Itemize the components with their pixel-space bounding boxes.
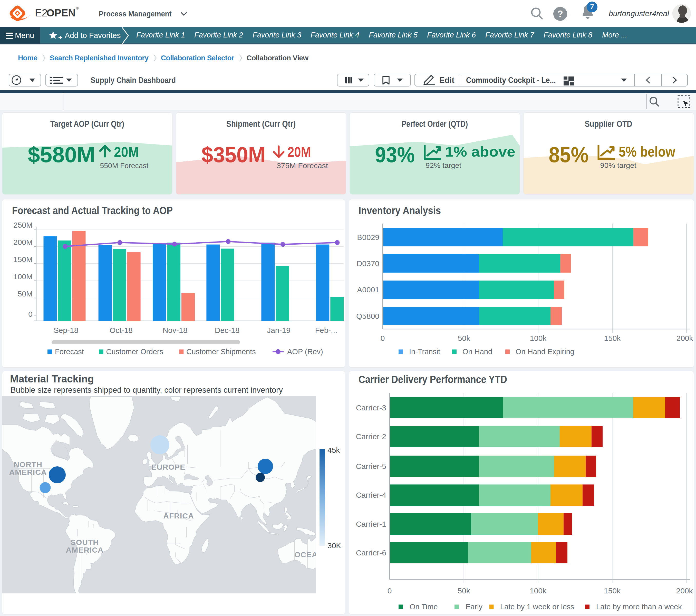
svg-text:Late by 1 week or less: Late by 1 week or less (500, 603, 574, 611)
svg-text:Carrier-4: Carrier-4 (356, 491, 386, 499)
svg-text:150M: 150M (13, 255, 33, 264)
svg-text:Forecast and Actual Tracking t: Forecast and Actual Tracking to AOP (12, 205, 173, 216)
svg-text:Perfect Order (QTD): Perfect Order (QTD) (402, 119, 468, 129)
svg-text:90% target: 90% target (600, 161, 636, 169)
svg-text:NORTH: NORTH (14, 460, 42, 469)
svg-text:Carrier Delivery Performance Y: Carrier Delivery Performance YTD (359, 374, 507, 385)
svg-text:D0370: D0370 (357, 259, 379, 268)
svg-text:$580M: $580M (28, 142, 95, 167)
svg-text:B0029: B0029 (357, 233, 379, 241)
svg-text:Customer Orders: Customer Orders (106, 348, 163, 356)
svg-text:200M: 200M (13, 238, 33, 247)
svg-text:5% below: 5% below (619, 144, 675, 160)
svg-text:Sep-18: Sep-18 (54, 326, 79, 334)
svg-text:On Hand: On Hand (462, 348, 492, 356)
svg-text:50M: 50M (18, 289, 33, 298)
svg-text:Nov-18: Nov-18 (163, 326, 188, 334)
svg-text:AOP (Rev): AOP (Rev) (287, 348, 323, 356)
svg-text:45k: 45k (328, 447, 340, 454)
svg-text:Target AOP (Curr Qtr): Target AOP (Curr Qtr) (50, 119, 124, 129)
svg-text:200k: 200k (676, 586, 693, 595)
svg-text:EUROPE: EUROPE (152, 463, 186, 471)
svg-text:Late by more than a week: Late by more than a week (596, 603, 682, 611)
svg-text:Carrier-3: Carrier-3 (356, 404, 386, 412)
svg-text:100k: 100k (530, 334, 547, 343)
svg-text:On Hand Expiring: On Hand Expiring (516, 348, 574, 356)
svg-text:AMERICA: AMERICA (66, 546, 104, 554)
svg-text:Oct-18: Oct-18 (110, 326, 133, 334)
svg-text:93%: 93% (375, 142, 415, 167)
svg-text:100M: 100M (13, 272, 33, 281)
svg-text:50k: 50k (458, 586, 470, 595)
svg-text:30K: 30K (328, 541, 341, 549)
svg-text:Carrier-1: Carrier-1 (356, 520, 386, 528)
svg-text:A0001: A0001 (357, 285, 379, 294)
svg-text:92% target: 92% target (426, 161, 461, 169)
svg-text:150k: 150k (604, 586, 621, 595)
svg-text:AMERICA: AMERICA (9, 468, 47, 476)
svg-text:Customer Shipments: Customer Shipments (186, 348, 256, 356)
svg-text:Commodity Cockpit - Le...: Commodity Cockpit - Le... (466, 76, 556, 85)
svg-text:Carrier-2: Carrier-2 (356, 432, 386, 441)
svg-text:Forecast: Forecast (55, 348, 84, 356)
svg-text:Supplier OTD: Supplier OTD (585, 119, 632, 129)
svg-text:Shipment (Curr Qtr): Shipment (Curr Qtr) (226, 119, 296, 129)
svg-text:0: 0 (381, 334, 385, 343)
svg-text:375M Forecast: 375M Forecast (276, 162, 328, 170)
svg-text:On Time: On Time (410, 603, 438, 611)
svg-text:550M Forecast: 550M Forecast (100, 162, 148, 170)
svg-text:Carrier-5: Carrier-5 (356, 462, 386, 471)
svg-text:1% above: 1% above (445, 144, 515, 160)
svg-text:OCEANIA: OCEANIA (294, 550, 316, 559)
svg-text:0: 0 (28, 310, 33, 318)
svg-text:Edit: Edit (439, 76, 455, 85)
svg-text:150k: 150k (604, 334, 621, 343)
svg-text:Inventory Analysis: Inventory Analysis (359, 205, 441, 216)
svg-text:Jan-19: Jan-19 (267, 326, 290, 334)
svg-text:200k: 200k (676, 334, 693, 343)
svg-text:Early: Early (465, 603, 483, 611)
svg-text:Dec-18: Dec-18 (215, 326, 240, 334)
svg-text:?: ? (557, 9, 563, 19)
svg-text:Carrier-6: Carrier-6 (356, 549, 386, 557)
svg-text:Feb-...: Feb-... (315, 326, 337, 334)
svg-text:85%: 85% (549, 142, 588, 167)
svg-text:100k: 100k (530, 586, 547, 595)
svg-text:7: 7 (590, 3, 594, 11)
svg-text:250M: 250M (13, 221, 33, 229)
svg-text:20M: 20M (287, 144, 311, 160)
svg-text:0: 0 (387, 586, 392, 595)
svg-text:SOUTH: SOUTH (70, 538, 99, 547)
svg-text:burtonguster4real: burtonguster4real (609, 9, 669, 18)
svg-text:OPEN: OPEN (46, 7, 76, 18)
svg-text:®: ® (76, 6, 79, 10)
svg-text:E2: E2 (35, 7, 47, 18)
svg-text:Q5800: Q5800 (356, 312, 379, 320)
svg-text:20M: 20M (114, 144, 139, 160)
svg-text:AFRICA: AFRICA (163, 511, 194, 520)
svg-text:$350M: $350M (202, 142, 266, 167)
svg-text:In-Transit: In-Transit (409, 348, 440, 356)
svg-text:Supply Chain Dashboard: Supply Chain Dashboard (91, 76, 176, 85)
svg-text:50k: 50k (458, 334, 471, 343)
